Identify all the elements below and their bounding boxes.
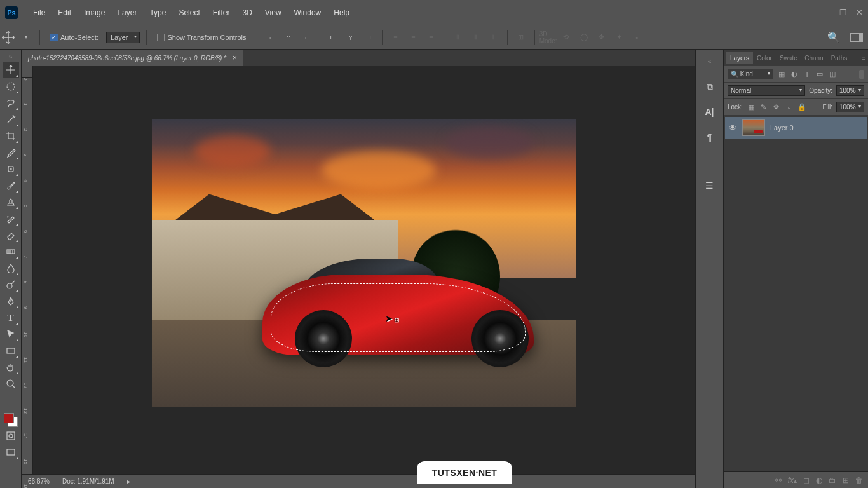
minimize-button[interactable]: — (822, 8, 831, 17)
zoom-level[interactable]: 66.67% (28, 478, 50, 485)
distribute-top-icon[interactable]: ≡ (389, 30, 403, 44)
screen-mode-toggle[interactable] (3, 445, 19, 460)
layer-thumbnail[interactable] (742, 119, 765, 136)
rectangle-tool[interactable] (3, 343, 19, 358)
menu-help[interactable]: Help (327, 6, 356, 20)
align-top-icon[interactable]: ⫠ (264, 30, 278, 44)
zoom-tool[interactable] (3, 376, 19, 391)
tab-layers[interactable]: Layers (726, 52, 753, 64)
marquee-tool[interactable] (3, 79, 19, 94)
add-mask-icon[interactable]: ◻ (803, 476, 810, 485)
close-tab-icon[interactable]: × (233, 53, 237, 62)
filter-adjustment-icon[interactable]: ◐ (790, 70, 799, 79)
distribute-vcenter-icon[interactable]: ≡ (407, 30, 421, 44)
delete-layer-icon[interactable]: 🗑 (855, 476, 863, 485)
layer-effects-icon[interactable]: fx▴ (788, 476, 797, 485)
lasso-tool[interactable] (3, 95, 19, 111)
hand-tool[interactable] (3, 360, 19, 375)
align-left-icon[interactable]: ⊏ (326, 30, 340, 44)
layer-row-layer0[interactable]: 👁 Layer 0 (725, 117, 867, 139)
canvas-viewport[interactable]: ➤⊞ (33, 78, 695, 474)
menu-view[interactable]: View (259, 6, 288, 20)
opacity-input[interactable]: 100% (836, 85, 864, 96)
lock-pixels-icon[interactable]: ✎ (759, 103, 768, 112)
properties-panel-icon[interactable]: ☰ (702, 178, 717, 193)
align-right-icon[interactable]: ⊐ (362, 30, 376, 44)
expand-toolbar-icon[interactable]: » (3, 52, 19, 61)
menu-window[interactable]: Window (288, 6, 328, 20)
gradient-tool[interactable] (3, 244, 19, 259)
menu-filter[interactable]: Filter (207, 6, 236, 20)
history-brush-tool[interactable] (3, 211, 19, 226)
distribute-right-icon[interactable]: ⦀ (487, 30, 501, 44)
tab-paths[interactable]: Paths (827, 52, 851, 64)
distribute-hcenter-icon[interactable]: ⦀ (469, 30, 483, 44)
filter-shape-icon[interactable]: ▭ (815, 70, 824, 79)
vertical-ruler[interactable]: 012345678910111213141516 (22, 78, 33, 474)
character-panel-icon[interactable]: A| (702, 104, 717, 119)
document-tab[interactable]: photo-1527247043589-98e6ac08f56c.jpg @ 6… (22, 50, 243, 66)
lock-transparency-icon[interactable]: ▦ (747, 103, 756, 112)
menu-image[interactable]: Image (78, 6, 111, 20)
tool-preset-dropdown[interactable]: ▾ (19, 30, 33, 44)
visibility-toggle-icon[interactable]: 👁 (729, 123, 737, 133)
menu-3d[interactable]: 3D (236, 6, 258, 20)
blur-tool[interactable] (3, 261, 19, 276)
type-tool[interactable]: T (3, 310, 19, 325)
document-info[interactable]: Doc: 1.91M/1.91M (62, 478, 114, 485)
eraser-tool[interactable] (3, 227, 19, 243)
panel-menu-icon[interactable]: ≡ (862, 55, 865, 62)
collapse-dock-icon[interactable]: « (702, 53, 717, 69)
crop-tool[interactable] (3, 128, 19, 144)
filter-pixel-icon[interactable]: ▦ (777, 70, 786, 79)
new-layer-icon[interactable]: ⊞ (843, 476, 849, 485)
tab-channels[interactable]: Chann (801, 52, 827, 64)
magic-wand-tool[interactable] (3, 112, 19, 127)
menu-layer[interactable]: Layer (111, 6, 143, 20)
clone-stamp-tool[interactable] (3, 194, 19, 210)
align-bottom-icon[interactable]: ⫠ (299, 30, 313, 44)
menu-file[interactable]: File (27, 6, 51, 20)
link-layers-icon[interactable]: ⚯ (775, 476, 782, 485)
move-tool[interactable] (3, 62, 19, 78)
edit-toolbar-icon[interactable]: ⋯ (3, 393, 19, 408)
dodge-tool[interactable] (3, 277, 19, 292)
align-hcenter-icon[interactable]: ⫯ (344, 30, 358, 44)
path-selection-tool[interactable] (3, 327, 19, 342)
maximize-button[interactable]: ❐ (839, 8, 847, 17)
healing-brush-tool[interactable] (3, 161, 19, 177)
tab-swatches[interactable]: Swatc (776, 52, 801, 64)
layer-name[interactable]: Layer 0 (770, 124, 794, 132)
distribute-bottom-icon[interactable]: ≡ (424, 30, 438, 44)
pen-tool[interactable] (3, 294, 19, 309)
foreground-background-colors[interactable] (4, 413, 18, 427)
close-button[interactable]: ✕ (856, 8, 863, 17)
filter-type-icon[interactable]: T (803, 70, 811, 79)
filter-toggle-switch[interactable] (859, 70, 864, 79)
history-panel-icon[interactable]: ⧉ (702, 79, 717, 94)
menu-select[interactable]: Select (172, 6, 206, 20)
new-group-icon[interactable]: 🗀 (829, 476, 836, 485)
distribute-left-icon[interactable]: ⦀ (451, 30, 465, 44)
eyedropper-tool[interactable] (3, 145, 19, 160)
lock-all-icon[interactable]: 🔒 (797, 103, 806, 112)
lock-position-icon[interactable]: ✥ (772, 103, 781, 112)
layer-filter-type-dropdown[interactable]: 🔍 Kind (728, 69, 773, 79)
menu-edit[interactable]: Edit (51, 6, 78, 20)
quick-mask-toggle[interactable] (3, 428, 19, 444)
fill-input[interactable]: 100% (836, 102, 864, 112)
align-vcenter-icon[interactable]: ⫯ (281, 30, 295, 44)
layer-list[interactable]: 👁 Layer 0 (724, 116, 868, 471)
auto-align-icon[interactable]: ⊞ (514, 30, 528, 44)
tab-color[interactable]: Color (753, 52, 776, 64)
brush-tool[interactable] (3, 178, 19, 193)
auto-select-checkbox[interactable]: ✓ Auto-Select: (46, 31, 102, 44)
lock-artboard-icon[interactable]: ▫ (785, 103, 794, 112)
search-icon[interactable]: 🔍 (827, 31, 840, 43)
adjustment-layer-icon[interactable]: ◐ (816, 476, 822, 485)
menu-type[interactable]: Type (143, 6, 172, 20)
workspace-switcher[interactable] (850, 33, 863, 42)
show-transform-checkbox[interactable]: Show Transform Controls (153, 31, 250, 44)
blend-mode-dropdown[interactable]: Normal (728, 85, 805, 96)
paragraph-panel-icon[interactable]: ¶ (702, 130, 717, 145)
